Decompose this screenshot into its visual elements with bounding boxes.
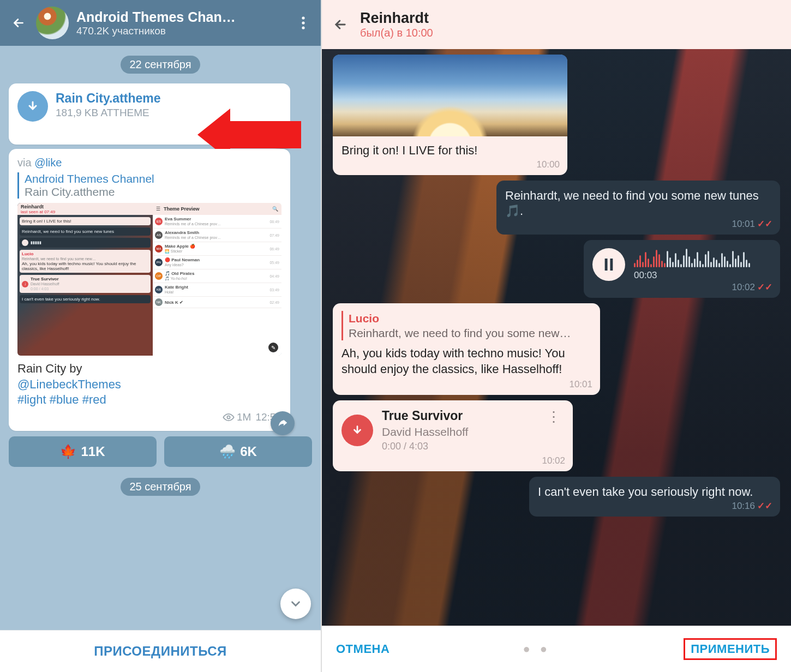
- via-line: via @like: [17, 157, 281, 169]
- svg-point-1: [302, 21, 304, 24]
- waveform[interactable]: [634, 248, 750, 267]
- preview-chat-body: Bring it on! I LIVE for this! 10:00 Rein…: [322, 49, 791, 626]
- theme-preview-image[interactable]: Reinhardtlast seen at 07:49 Bring it on!…: [17, 203, 281, 356]
- message-time: 10:01✓✓: [732, 218, 772, 230]
- header-titles[interactable]: Reinhardt был(а) в 10:00: [360, 10, 782, 39]
- track-progress: 0:00 / 4:03: [382, 440, 468, 453]
- message-text: Bring it on! I LIVE for this!: [341, 143, 477, 157]
- caption-text: Rain City by: [17, 362, 82, 375]
- reaction-button[interactable]: 🌧️ 6K: [164, 436, 312, 467]
- scroll-down-fab[interactable]: [280, 589, 311, 619]
- message-photo[interactable]: Bring it on! I LIVE for this! 10:00: [333, 55, 567, 175]
- message-time: 10:02: [542, 455, 565, 467]
- date-pill: 25 сентября: [121, 478, 200, 496]
- channel-panel: Android Themes Chan… 470.2K участников 2…: [0, 0, 322, 672]
- message-text: I can't even take you seriously right no…: [538, 485, 753, 499]
- download-icon[interactable]: [17, 91, 48, 122]
- reply-author: Lucio: [349, 311, 591, 326]
- action-bar: ОТМЕНА ● ● ПРИМЕНИТЬ: [322, 626, 791, 672]
- preview-header: Reinhardt был(а) в 10:00: [322, 0, 791, 49]
- preview-subtitle: был(а) в 10:00: [360, 27, 782, 39]
- post-message[interactable]: via @like Android Themes Channel Rain Ci…: [9, 149, 290, 431]
- channel-avatar[interactable]: [36, 7, 69, 39]
- photo-image: [333, 55, 567, 136]
- join-button[interactable]: ПРИСОЕДИНИТЬСЯ: [0, 630, 321, 672]
- pause-icon[interactable]: [592, 248, 625, 281]
- message-out[interactable]: Reinhardt, we need to find you some new …: [496, 181, 780, 235]
- apply-button[interactable]: ПРИМЕНИТЬ: [684, 638, 777, 660]
- via-bot[interactable]: @like: [34, 157, 62, 169]
- back-icon[interactable]: [331, 15, 350, 34]
- reply-bar[interactable]: Android Themes Channel Rain City.attheme: [17, 172, 281, 199]
- message-text: Ah, you kids today with techno music! Yo…: [341, 346, 565, 376]
- views-icon: 1M: [223, 411, 251, 423]
- svg-rect-5: [605, 259, 608, 271]
- reactions-row: 🍁 11K 🌧️ 6K: [9, 436, 312, 467]
- header-titles[interactable]: Android Themes Chan… 470.2K участников: [76, 9, 295, 37]
- date-pill: 22 сентября: [121, 56, 200, 74]
- reply-preview[interactable]: Lucio Reinhardt, we need to find you som…: [341, 311, 591, 341]
- forward-icon[interactable]: [271, 411, 295, 435]
- file-name: Rain City.attheme: [56, 91, 161, 106]
- message-out[interactable]: I can't even take you seriously right no…: [529, 477, 780, 517]
- svg-point-0: [302, 16, 304, 19]
- message-time: 10:00: [536, 159, 560, 171]
- reaction-button[interactable]: 🍁 11K: [9, 436, 157, 467]
- channel-chat-body: 22 сентября Rain City.attheme 181,9 KB A…: [0, 46, 321, 630]
- track-title: True Survivor: [382, 408, 468, 424]
- file-meta: 181,9 KB ATTHEME: [56, 107, 161, 119]
- message-text: Reinhardt, we need to find you some new …: [505, 189, 759, 218]
- message-audio[interactable]: True Survivor David Hasselhoff 0:00 / 4:…: [333, 400, 573, 472]
- channel-header: Android Themes Chan… 470.2K участников: [0, 0, 321, 46]
- track-artist: David Hasselhoff: [382, 424, 468, 439]
- back-icon[interactable]: [9, 13, 28, 33]
- voice-elapsed: 00:03: [634, 269, 750, 281]
- cancel-button[interactable]: ОТМЕНА: [336, 642, 389, 656]
- message-time: 10:02✓✓: [732, 281, 772, 293]
- views-count: 1M: [237, 411, 251, 423]
- page-dots: ● ●: [389, 642, 684, 656]
- reply-title: Android Themes Channel: [25, 172, 281, 185]
- channel-subtitle: 470.2K участников: [76, 25, 295, 37]
- more-icon[interactable]: [295, 14, 312, 32]
- svg-rect-6: [610, 259, 613, 271]
- reply-snippet: Reinhardt, we need to find you some new…: [349, 326, 591, 340]
- svg-point-4: [227, 416, 230, 418]
- more-icon[interactable]: ⋮: [543, 408, 564, 427]
- preview-title: Reinhardt: [360, 10, 782, 27]
- message-time: 10:16✓✓: [732, 500, 772, 512]
- caption-tags[interactable]: #light #blue #red: [17, 393, 106, 406]
- reply-sub: Rain City.attheme: [25, 185, 281, 199]
- file-message[interactable]: Rain City.attheme 181,9 KB ATTHEME 902.4…: [9, 83, 290, 145]
- caption-link[interactable]: @LinebeckThemes: [17, 377, 121, 391]
- message-voice[interactable]: 00:03 10:02✓✓: [584, 240, 780, 298]
- preview-panel: Reinhardt был(а) в 10:00 Bring it on! I …: [322, 0, 791, 672]
- message-time: 10:01: [569, 379, 592, 391]
- channel-title: Android Themes Chan…: [76, 9, 295, 25]
- download-icon[interactable]: [341, 415, 373, 446]
- svg-point-2: [302, 26, 304, 29]
- message-reply[interactable]: Lucio Reinhardt, we need to find you som…: [333, 303, 600, 395]
